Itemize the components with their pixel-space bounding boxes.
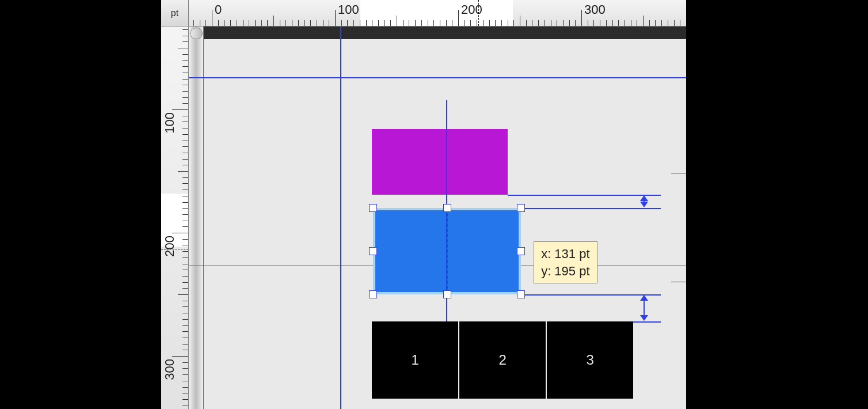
guide-horizontal[interactable]: [189, 77, 686, 78]
ruler-h-cursor-marker: [478, 0, 479, 26]
align-line: [521, 208, 661, 209]
ruler-v-label: 100: [162, 112, 177, 134]
ruler-unit-label: pt: [161, 0, 189, 26]
selection-handle[interactable]: [369, 204, 377, 212]
ruler-h-label: 200: [461, 2, 482, 17]
design-app-window: pt 0100200300 100200300: [161, 0, 686, 409]
selection-handle[interactable]: [369, 247, 377, 255]
shape-black-group[interactable]: 1 2 3: [372, 321, 633, 399]
snap-center-dashed: [446, 208, 448, 294]
ruler-vertical[interactable]: 100200300: [161, 26, 189, 409]
align-spacing-arrow-bottom: [644, 296, 645, 320]
position-tooltip: x: 131 pt y: 195 pt: [534, 241, 597, 283]
selection-handle[interactable]: [443, 290, 451, 298]
ruler-horizontal[interactable]: 0100200300: [189, 0, 686, 26]
selection-handle[interactable]: [443, 204, 451, 212]
scroll-gutter-vertical: [189, 26, 204, 409]
selection-handle[interactable]: [369, 290, 377, 298]
align-line: [508, 195, 661, 196]
tooltip-y: y: 195 pt: [541, 263, 589, 280]
guide-vertical[interactable]: [340, 26, 341, 409]
selection-handle[interactable]: [517, 204, 525, 212]
canvas[interactable]: 1 2 3 x: 131 pt y: 195 pt: [189, 26, 686, 409]
align-line: [633, 321, 661, 323]
selection-handle[interactable]: [517, 247, 525, 255]
ruler-h-label: 100: [338, 2, 359, 17]
selection-handle[interactable]: [517, 290, 525, 298]
black-box-1[interactable]: 1: [372, 321, 458, 399]
align-spacing-arrow-top: [644, 196, 645, 207]
shape-purple-rectangle[interactable]: [372, 129, 507, 194]
page-edge-mark-2: [671, 282, 686, 282]
ruler-h-label: 0: [215, 2, 222, 17]
ruler-v-label: 200: [162, 236, 177, 257]
page-edge-mark-1: [671, 173, 686, 173]
black-box-3[interactable]: 3: [547, 321, 633, 399]
scroll-thumb[interactable]: [190, 28, 203, 39]
ruler-v-cursor-marker: [161, 249, 188, 249]
black-box-2[interactable]: 2: [459, 321, 546, 399]
tooltip-x: x: 131 pt: [541, 245, 589, 263]
page-bleed-strip: [204, 26, 686, 39]
ruler-h-label: 300: [584, 2, 606, 17]
ruler-v-label: 300: [162, 359, 177, 380]
